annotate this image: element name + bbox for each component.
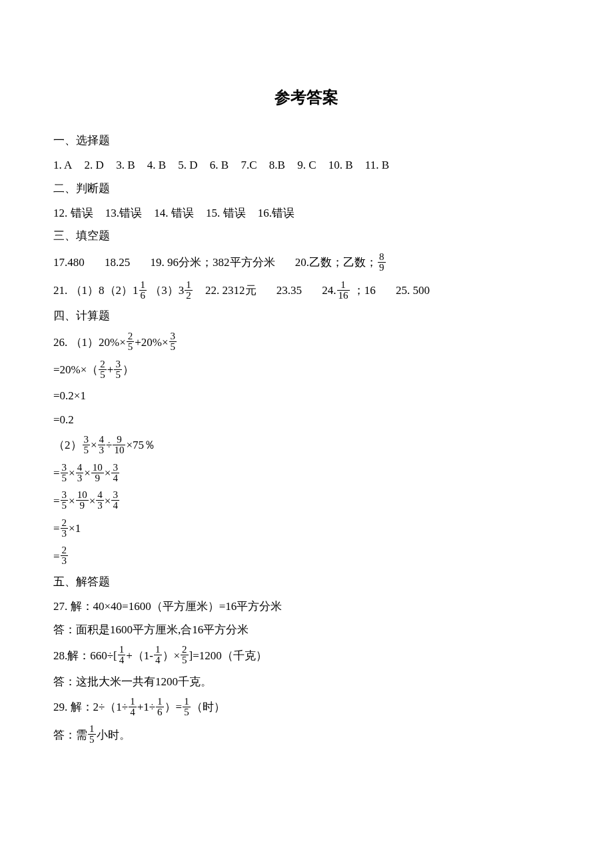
ans-14: 14. 错误 — [154, 207, 194, 219]
calc-26-1-d: =0.2 — [53, 408, 560, 432]
ans-8: 8.B — [269, 159, 285, 171]
section-choice: 一、选择题 — [53, 129, 560, 152]
fraction: 35 — [61, 463, 69, 483]
ans-17: 17.480 — [53, 256, 85, 269]
fraction: 34 — [111, 463, 119, 483]
ans-23: 23.35 — [277, 284, 302, 297]
fraction: 109 — [76, 490, 89, 511]
solve-28-b: 答：这批大米一共有1200千克。 — [53, 670, 560, 694]
ans-19: 19. 96分米；382平方分米 — [151, 256, 275, 269]
fraction: 12 — [185, 280, 193, 301]
section-solve: 五、解答题 — [53, 571, 560, 593]
fraction: 89 — [378, 252, 386, 273]
section-judge: 二、判断题 — [53, 177, 560, 200]
solve-27-a: 27. 解：40×40=1600（平方厘米）=16平方分米 — [53, 595, 560, 619]
fraction: 35 — [114, 359, 122, 380]
fraction: 35 — [169, 331, 177, 352]
ans-9: 9. C — [297, 159, 316, 171]
calc-26-1-a: 26. （1）20%×25+20%×35 — [53, 329, 560, 357]
section-calc: 四、计算题 — [53, 305, 560, 327]
fraction: 43 — [76, 463, 84, 483]
fraction: 34 — [111, 490, 119, 511]
fraction: 14 — [129, 697, 137, 717]
ans-24b: ；16 — [353, 284, 376, 297]
calc-26-2-c: =35×109×43×34 — [53, 487, 560, 515]
judge-answers: 12. 错误 13.错误 14. 错误 15. 错误 16.错误 — [53, 201, 560, 225]
ans-24a: 24. — [322, 284, 336, 297]
ans-13: 13.错误 — [105, 207, 142, 219]
fraction: 16 — [156, 697, 164, 717]
ans-15: 15. 错误 — [206, 207, 246, 219]
fraction: 109 — [91, 463, 104, 483]
solve-29-b: 答：需15小时。 — [53, 721, 560, 749]
fraction: 15 — [183, 697, 191, 717]
fraction: 25 — [127, 331, 135, 352]
ans-7: 7.C — [241, 159, 257, 171]
ans-4: 4. B — [147, 159, 166, 171]
ans-20: 20.乙数；乙数； — [295, 256, 377, 269]
fraction: 16 — [139, 280, 147, 301]
ans-11: 11. B — [365, 159, 389, 171]
fraction: 25 — [181, 645, 189, 665]
ans-22: 22. 2312元 — [205, 284, 257, 297]
solve-29-a: 29. 解：2÷（1÷14+1÷16）=15（时） — [53, 693, 560, 721]
fraction: 14 — [154, 645, 162, 665]
fraction: 43 — [96, 490, 104, 511]
choice-answers: 1. A 2. D 3. B 4. B 5. D 6. B 7.C 8.B 9.… — [53, 153, 560, 177]
fraction: 25 — [99, 359, 107, 380]
fraction: 910 — [113, 435, 125, 455]
fraction: 35 — [61, 490, 69, 511]
ans-3: 3. B — [116, 159, 135, 171]
ans-21a: 21. （1）8（2）1 — [53, 284, 139, 297]
fill-line-2: 21. （1）8（2）116 （3）312 22. 2312元 23.35 24… — [53, 277, 560, 305]
ans-12: 12. 错误 — [53, 207, 93, 219]
calc-26-2-b: =35×43×109×34 — [53, 459, 560, 487]
calc-26-1-c: =0.2×1 — [53, 384, 560, 408]
solve-27-b: 答：面积是1600平方厘米,合16平方分米 — [53, 618, 560, 642]
fill-line-1: 17.480 18.25 19. 96分米；382平方分米 20.乙数；乙数；8… — [53, 249, 560, 277]
fraction: 43 — [98, 435, 106, 455]
fraction: 23 — [61, 545, 69, 566]
calc-26-2-d: =23×1 — [53, 515, 560, 543]
section-fill: 三、填空题 — [53, 225, 560, 247]
ans-5: 5. D — [178, 159, 197, 171]
calc-26-2-a: （2）35×43÷910×75％ — [53, 431, 560, 459]
fraction: 116 — [337, 280, 350, 301]
ans-2: 2. D — [85, 159, 104, 171]
ans-6: 6. B — [210, 159, 229, 171]
fraction: 23 — [61, 518, 69, 539]
ans-16: 16.错误 — [258, 207, 295, 219]
calc-26-1-b: =20%×（25+35） — [53, 356, 560, 384]
solve-28-a: 28.解：660÷[14+（1-14）×25]=1200（千克） — [53, 642, 560, 670]
fraction: 14 — [118, 645, 126, 665]
ans-1: 1. A — [53, 159, 72, 171]
fraction: 15 — [88, 724, 96, 745]
fraction: 35 — [83, 435, 91, 455]
ans-18: 18.25 — [105, 256, 130, 269]
page-title: 参考答案 — [53, 87, 560, 108]
calc-26-2-e: =23 — [53, 543, 560, 571]
ans-10: 10. B — [328, 159, 353, 171]
ans-25: 25. 500 — [396, 284, 430, 297]
ans-21b: （3）3 — [150, 284, 184, 297]
